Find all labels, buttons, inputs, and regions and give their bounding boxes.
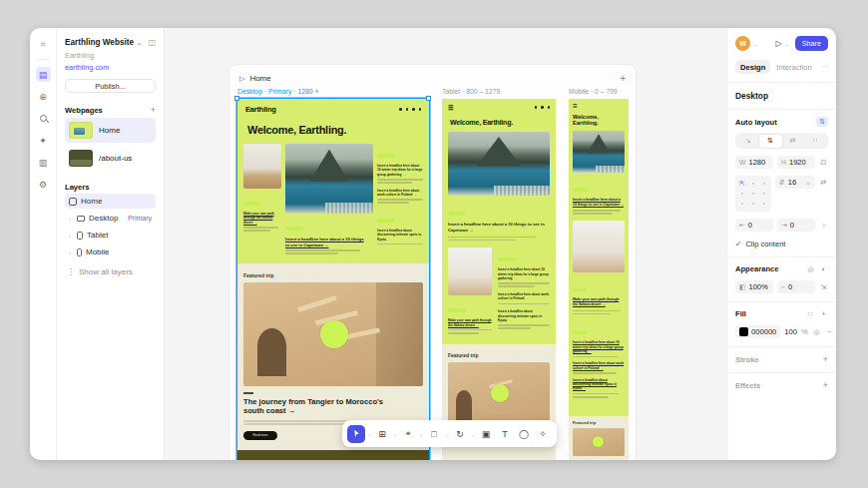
featured-title[interactable]: The journey from Tangier to Morocco's so… — [243, 397, 393, 417]
sahara-link[interactable]: Make your own path through the Sahara de… — [573, 297, 625, 307]
height-field[interactable]: H 1920 — [777, 156, 815, 169]
tool-caret[interactable]: ⌄ — [418, 431, 424, 437]
layout-vertical-option[interactable]: ⇅ — [759, 135, 782, 148]
layout-free-option[interactable]: ↘ — [737, 135, 760, 148]
more-options-icon[interactable]: ⋯ — [821, 63, 828, 71]
trip-circle-button[interactable] — [593, 436, 604, 447]
fixed-size-icon[interactable]: ⊡ — [819, 159, 828, 167]
color-swatch[interactable] — [739, 327, 748, 336]
canvas[interactable]: ▷ Home + Desktop · Primary · 1280 + Tabl… — [165, 28, 726, 460]
breakpoint-label-mobile[interactable]: Mobile · 0 – 799 — [569, 88, 618, 95]
publish-button[interactable]: Publish... — [65, 79, 156, 93]
finland-link[interactable]: Insert a headline here about week cultur… — [573, 361, 625, 370]
share-icon[interactable] — [399, 108, 402, 111]
add-breakpoint-button[interactable]: + — [620, 73, 626, 84]
plugins-icon[interactable]: ✦ — [36, 133, 51, 148]
padding-y-field[interactable]: ⇥ 0 — [777, 219, 815, 232]
account-icon[interactable] — [541, 106, 544, 109]
distribute-icon[interactable]: ⇄ — [819, 179, 828, 187]
fill-opacity-value[interactable]: 100 — [784, 327, 797, 336]
group-headline[interactable]: Insert a headline here about 10 winter t… — [498, 267, 550, 280]
mobile-frame[interactable]: ☰ Welcome, Earthling. Insert a headline … — [569, 99, 629, 460]
finland-headline[interactable]: Insert a headline here about week cultur… — [498, 292, 550, 301]
insert-icon[interactable]: ⊕ — [36, 89, 51, 104]
menu-icon[interactable] — [548, 106, 551, 109]
preview-play-button[interactable]: ▷ — [775, 39, 781, 48]
group-link[interactable]: Insert a headline here about 10 winter t… — [573, 340, 625, 353]
layer-row-desktop[interactable]: › Desktop Primary — [65, 211, 156, 226]
webpage-item-home[interactable]: Home — [65, 118, 156, 143]
cms-icon[interactable]: ▥ — [36, 155, 51, 170]
site-logo[interactable]: Earthling — [245, 105, 276, 114]
layer-row-page-home[interactable]: Home — [65, 194, 156, 209]
show-all-layers-button[interactable]: ⋮ Show all layers — [65, 267, 156, 276]
tool-caret[interactable]: ⌄ — [392, 431, 398, 437]
trip-circle-button[interactable] — [320, 320, 348, 348]
eye-icon[interactable]: ◎ — [806, 265, 815, 273]
padding-x-field[interactable]: ⇤ 0 — [735, 219, 773, 232]
share-icon[interactable] — [535, 106, 538, 109]
capetown-link[interactable]: Insert a headline here about a 10 things… — [573, 198, 625, 208]
site-logo-mark[interactable]: ☰ — [573, 103, 577, 109]
sahara-link[interactable]: Make your own path through the Sahara de… — [243, 212, 281, 225]
add-stroke-button[interactable]: + — [823, 354, 828, 364]
kyoto-headline[interactable]: Insert a headline about discovering inti… — [377, 229, 423, 242]
add-webpage-button[interactable]: + — [151, 105, 156, 115]
image-tool-button[interactable]: ▣ — [477, 425, 495, 443]
pages-icon[interactable]: ▤ — [36, 67, 51, 82]
fill-color-field[interactable]: 000000 — [735, 325, 780, 338]
remove-fill-button[interactable]: − — [825, 328, 834, 335]
rotate-tool-button[interactable]: ↻ — [451, 425, 469, 443]
transform-tool-button[interactable]: ⌖ — [399, 425, 417, 443]
selection-handle-top-left[interactable] — [234, 96, 239, 101]
add-fill-button[interactable]: + — [819, 310, 828, 317]
page-board[interactable]: ▷ Home + Desktop · Primary · 1280 + Tabl… — [229, 65, 636, 460]
layer-row-mobile[interactable]: › Mobile — [65, 244, 156, 259]
individual-padding-icon[interactable]: ○ — [819, 222, 828, 229]
kyoto-headline[interactable]: Insert a headline about discovering inti… — [498, 309, 550, 322]
fill-grid-icon[interactable]: ∷ — [806, 310, 815, 318]
tool-caret[interactable]: ⌄ — [470, 431, 476, 437]
eye-icon[interactable]: ◎ — [812, 328, 821, 336]
board-title[interactable]: Home — [249, 74, 270, 83]
group-headline[interactable]: Insert a headline here about 10 winter t… — [377, 164, 423, 177]
vector-tool-button[interactable]: ✧ — [534, 425, 552, 443]
chevron-down-icon[interactable]: ⌄ — [753, 41, 757, 47]
sahara-link[interactable]: Make your own path through the Sahara de… — [448, 318, 492, 327]
chevron-down-icon[interactable]: ⌄ — [785, 41, 789, 47]
read-more-button[interactable]: Read more — [243, 431, 277, 440]
expand-icon[interactable]: ⇲ — [819, 283, 828, 291]
auto-layout-toggle-icon[interactable]: ⇅ — [816, 117, 828, 127]
width-field[interactable]: W 1280 — [735, 156, 773, 169]
framer-logo-icon[interactable]: ⌗ — [36, 37, 51, 52]
globe-icon[interactable] — [406, 108, 409, 111]
trip-circle-button[interactable] — [491, 384, 509, 402]
theme-icon[interactable]: ◐ — [819, 265, 828, 272]
project-domain-link[interactable]: earthling.com — [65, 63, 156, 72]
tablet-frame[interactable]: ☰ Welcome, Earthling. Insert a headline … — [442, 99, 556, 460]
gap-field[interactable]: ⇵ 16 ⌄ — [775, 176, 815, 189]
avatar[interactable]: W — [735, 36, 750, 51]
account-icon[interactable] — [412, 108, 415, 111]
radius-field[interactable]: ⌐ 0 — [777, 280, 815, 293]
tool-caret[interactable]: ⌄ — [366, 431, 372, 437]
preview-play-icon[interactable]: ▷ — [239, 75, 244, 83]
share-button[interactable]: Share — [795, 36, 828, 51]
layout-horizontal-option[interactable]: ⇄ — [782, 135, 805, 148]
tool-caret[interactable]: ⌄ — [444, 431, 450, 437]
panel-toggle-icon[interactable]: ◫ — [148, 38, 156, 47]
select-tool-button[interactable] — [347, 425, 365, 443]
search-icon[interactable] — [36, 111, 51, 126]
breakpoint-label-tablet[interactable]: Tablet · 800 – 1279 — [442, 88, 500, 95]
layout-grid-option[interactable]: ∷ — [804, 135, 827, 148]
capetown-headline[interactable]: Insert a headline here about a 10 things… — [448, 222, 548, 234]
menu-icon[interactable] — [419, 108, 422, 111]
desktop-frame[interactable]: Earthling Welcome, Earthling. Make your … — [237, 99, 429, 460]
webpage-item-about[interactable]: /about-us — [65, 146, 156, 171]
layer-row-tablet[interactable]: › Tablet — [65, 228, 156, 243]
capetown-link[interactable]: Insert a headline here about a 10 things… — [285, 237, 366, 248]
project-title[interactable]: Earthling Website ⌄ — [65, 38, 156, 47]
breakpoint-label-desktop[interactable]: Desktop · Primary · 1280 + — [237, 88, 318, 95]
text-tool-button[interactable]: T — [496, 425, 514, 443]
finland-headline[interactable]: Insert a headline here about week cultur… — [377, 189, 423, 198]
